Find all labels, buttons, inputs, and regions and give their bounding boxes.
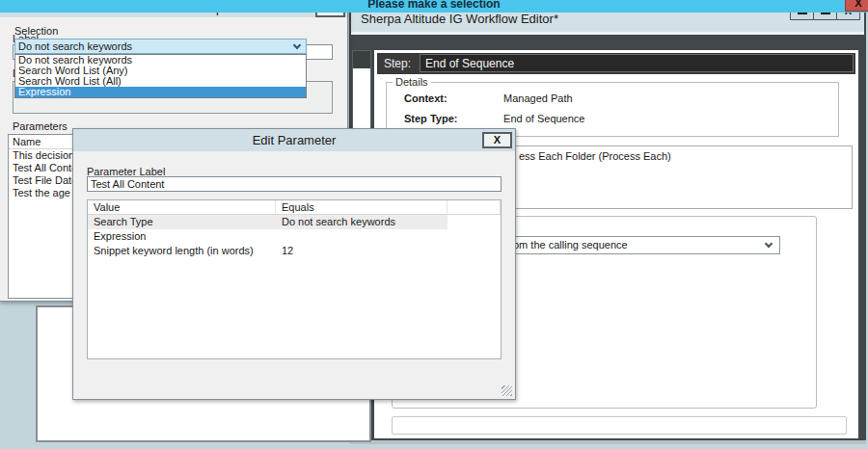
parameter-label-input[interactable] <box>87 176 502 192</box>
cell-value: Expression <box>88 229 276 244</box>
column-header-equals: Equals <box>276 200 448 214</box>
side-mini-panel-header <box>353 51 370 68</box>
cell-equals: 12 <box>276 244 448 258</box>
steptype-value: End of Sequence <box>503 113 584 124</box>
table-row[interactable]: Expression <box>88 229 501 244</box>
selection-caption: Selection <box>14 25 58 37</box>
details-legend: Details <box>393 76 431 88</box>
cell-blank <box>448 215 501 229</box>
column-header-value: Value <box>88 200 276 214</box>
sequence-combobox-value: om the calling sequence <box>513 239 628 251</box>
bottom-groupbox <box>392 416 847 435</box>
chevron-down-icon <box>293 41 301 49</box>
table-row[interactable]: Search Type Do not search keywords <box>88 215 501 229</box>
parameter-values-table: Value Equals Search Type Do not search k… <box>87 199 502 359</box>
cell-value: Snippet keyword length (in words) <box>88 244 276 258</box>
close-icon: X <box>494 134 501 145</box>
chevron-down-icon <box>765 240 773 248</box>
window-bottom-frame <box>349 440 866 444</box>
detail-row-context: Context: Managed Path <box>404 92 573 104</box>
parameters-caption: Parameters <box>13 120 68 132</box>
minimize-icon <box>798 13 807 14</box>
close-button[interactable]: X <box>845 0 868 12</box>
desktop: Sherpa Altitude IG Workflow Editor* X St… <box>0 0 868 449</box>
detail-row-steptype: Step Type: End of Sequence <box>404 113 584 124</box>
edit-parameter-titlebar[interactable]: Edit Parameter <box>73 129 515 151</box>
cell-equals: Do not search keywords <box>276 215 448 229</box>
process-item-text: ess Each Folder (Process Each) <box>519 150 671 162</box>
column-header-blank <box>448 200 501 214</box>
edit-parameter-title: Edit Parameter <box>253 133 337 147</box>
step-name: End of Sequence <box>425 56 514 72</box>
cell-value: Search Type <box>88 215 276 229</box>
dropdown-option-highlighted[interactable]: Expression <box>15 87 306 97</box>
context-value: Managed Path <box>503 92 573 104</box>
selection-dialog-titlebar[interactable]: Please make a selection <box>0 0 868 13</box>
table-row[interactable]: Snippet keyword length (in words) 12 <box>88 244 501 258</box>
selection-combobox[interactable]: Do not search keywords <box>14 39 307 54</box>
step-header-bar: Step: End of Sequence <box>377 53 855 74</box>
cell-blank <box>448 229 501 244</box>
selection-dialog-title: Please make a selection <box>367 0 500 11</box>
table-header-row: Value Equals <box>88 200 501 215</box>
titlebar-divider <box>351 32 864 35</box>
steptype-label: Step Type: <box>404 113 501 124</box>
selection-combobox-value: Do not search keywords <box>18 40 132 52</box>
close-icon: X <box>854 0 861 9</box>
context-label: Context: <box>404 92 501 104</box>
edit-parameter-dialog: Edit Parameter X Parameter Label Value E… <box>72 128 516 400</box>
resize-grip[interactable] <box>502 385 512 396</box>
step-label: Step: <box>384 53 411 74</box>
selection-dropdown-list: Do not search keywords Search Word List … <box>14 54 307 98</box>
cell-equals <box>276 229 448 244</box>
close-button[interactable]: X <box>482 132 512 148</box>
step-name-box: End of Sequence <box>420 54 854 72</box>
cell-blank <box>448 244 501 258</box>
